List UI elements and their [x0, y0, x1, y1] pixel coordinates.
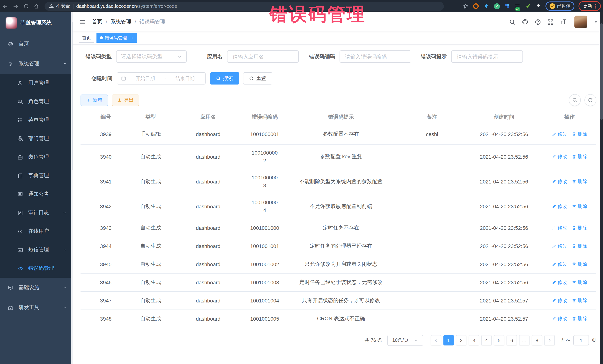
extensions-puzzle-icon[interactable]: [535, 3, 541, 9]
browser-back-icon[interactable]: [0, 3, 10, 9]
tag-close-icon[interactable]: [129, 35, 134, 40]
delete-link[interactable]: 删除: [572, 261, 587, 268]
filter-app-label: 应用名: [207, 53, 223, 60]
edit-link[interactable]: 修改: [552, 131, 567, 138]
app-name-input[interactable]: [227, 50, 299, 63]
sidebar-item-短信管理[interactable]: 短信管理: [0, 241, 73, 259]
delete-link[interactable]: 删除: [572, 297, 587, 304]
sidebar-item-菜单管理[interactable]: 菜单管理: [0, 111, 73, 129]
cell: ceshi: [399, 131, 465, 137]
tag-home[interactable]: 首页: [79, 33, 94, 43]
sidebar-item-研发工具[interactable]: 研发工具: [0, 298, 73, 318]
cell: 3942: [81, 203, 131, 210]
date-range-picker[interactable]: 开始日期 - 结束日期: [117, 72, 206, 85]
next-page-button[interactable]: [544, 335, 555, 345]
edit-link[interactable]: 修改: [552, 261, 567, 268]
sidebar-item-基础设施[interactable]: 基础设施: [0, 278, 73, 298]
extension-grid-icon[interactable]: [504, 3, 510, 9]
page-button-4[interactable]: 4: [481, 335, 492, 345]
sidebar-scrollbar[interactable]: [71, 12, 73, 364]
browser-reload-icon[interactable]: [21, 3, 31, 9]
sidebar-item-在线用户[interactable]: 在线用户: [0, 222, 73, 241]
address-bar[interactable]: 不安全 dashboard.yudao.iocoder.cn/system/er…: [45, 2, 444, 11]
error-type-select[interactable]: 请选择错误码类型: [116, 50, 187, 63]
delete-link[interactable]: 删除: [572, 203, 587, 210]
extension-key-icon[interactable]: [525, 3, 531, 9]
add-button[interactable]: 新增: [81, 94, 108, 106]
extension-gem-icon[interactable]: [483, 3, 489, 9]
sidebar-item-系统管理[interactable]: 系统管理: [0, 54, 73, 74]
page-size-select[interactable]: 10条/页: [387, 335, 423, 346]
avatar-caret-icon[interactable]: [594, 21, 598, 23]
browser-menu-icon[interactable]: [595, 4, 596, 9]
reset-button[interactable]: 重置: [243, 72, 272, 85]
edit-link[interactable]: 修改: [552, 225, 567, 231]
window-scrollbar[interactable]: [600, 12, 603, 364]
github-icon[interactable]: [522, 19, 528, 25]
extension-orange-icon[interactable]: [473, 3, 479, 9]
page-button-6[interactable]: 6: [507, 335, 517, 345]
browser-update-button[interactable]: 更新: [579, 1, 601, 11]
edit-link[interactable]: 修改: [552, 279, 567, 286]
sidebar-item-通知公告[interactable]: 通知公告: [0, 185, 73, 203]
delete-link[interactable]: 删除: [572, 279, 587, 286]
row-actions: 修改删除: [543, 279, 596, 286]
fullscreen-icon[interactable]: [547, 19, 554, 25]
browser-home-icon[interactable]: [31, 3, 42, 9]
bookmark-star-icon[interactable]: [463, 3, 469, 9]
hamburger-icon[interactable]: [79, 18, 86, 25]
toggle-search-button[interactable]: [569, 94, 581, 106]
delete-link[interactable]: 删除: [572, 131, 587, 138]
page-ellipsis[interactable]: …: [519, 335, 530, 345]
delete-link[interactable]: 删除: [572, 154, 587, 160]
sidebar-item-用户管理[interactable]: 用户管理: [0, 74, 73, 92]
sidebar-item-错误码管理[interactable]: 错误码管理: [0, 259, 73, 278]
page-button-2[interactable]: 2: [456, 335, 466, 345]
page-button-8[interactable]: 8: [532, 335, 542, 345]
breadcrumb-system[interactable]: 系统管理: [111, 19, 131, 25]
edit-link[interactable]: 修改: [552, 203, 567, 210]
extension-vue-icon[interactable]: V: [494, 3, 500, 9]
error-code-input[interactable]: [339, 50, 411, 63]
help-icon[interactable]: [535, 19, 541, 25]
search-button[interactable]: 搜索: [210, 72, 239, 85]
delete-link[interactable]: 删除: [572, 243, 587, 249]
edit-link[interactable]: 修改: [552, 315, 567, 322]
export-button[interactable]: 导出: [112, 94, 139, 106]
tag-error-code[interactable]: 错误码管理: [96, 33, 137, 43]
prev-page-button[interactable]: [431, 335, 441, 345]
sidebar-item-角色管理[interactable]: 角色管理: [0, 92, 73, 111]
page-button-5[interactable]: 5: [494, 335, 504, 345]
edit-link[interactable]: 修改: [552, 243, 567, 249]
user-avatar[interactable]: [574, 16, 587, 28]
edit-link[interactable]: 修改: [552, 297, 567, 304]
edit-link[interactable]: 修改: [552, 178, 567, 185]
table-row: 3943自动生成dashboard1001001000定时任务不存在2021-0…: [81, 219, 596, 237]
delete-link[interactable]: 删除: [572, 225, 587, 231]
cell: 3940: [81, 154, 131, 160]
cell: 自动生成: [131, 243, 170, 249]
app-logo[interactable]: 芋道管理系统: [0, 12, 73, 34]
delete-link[interactable]: 删除: [572, 178, 587, 185]
sidebar-item-审计日志[interactable]: 审计日志: [0, 203, 73, 222]
delete-link[interactable]: 删除: [572, 315, 587, 322]
breadcrumb-home[interactable]: 首页: [92, 19, 103, 25]
sidebar-menu: 首页系统管理用户管理角色管理菜单管理部门管理岗位管理字典管理通知公告审计日志在线…: [0, 34, 73, 318]
header-search-icon[interactable]: [509, 19, 515, 25]
refresh-table-button[interactable]: [584, 94, 596, 106]
error-msg-input[interactable]: [451, 50, 523, 63]
paused-extension-pill[interactable]: 已暂停: [545, 1, 574, 11]
page-button-3[interactable]: 3: [469, 335, 479, 345]
sidebar-item-岗位管理[interactable]: 岗位管理: [0, 148, 73, 166]
sidebar-item-首页[interactable]: 首页: [0, 34, 73, 54]
font-size-icon[interactable]: [560, 19, 567, 25]
browser-forward-icon[interactable]: [10, 3, 21, 9]
sidebar-item-label: 通知公告: [28, 191, 49, 198]
extension-on-icon[interactable]: on: [514, 3, 521, 9]
sidebar-item-字典管理[interactable]: 字典管理: [0, 166, 73, 185]
sidebar-item-部门管理[interactable]: 部门管理: [0, 129, 73, 148]
goto-page-input[interactable]: [573, 335, 589, 345]
cell: 3946: [81, 279, 131, 286]
page-button-1[interactable]: 1: [443, 335, 454, 345]
edit-link[interactable]: 修改: [552, 154, 567, 160]
